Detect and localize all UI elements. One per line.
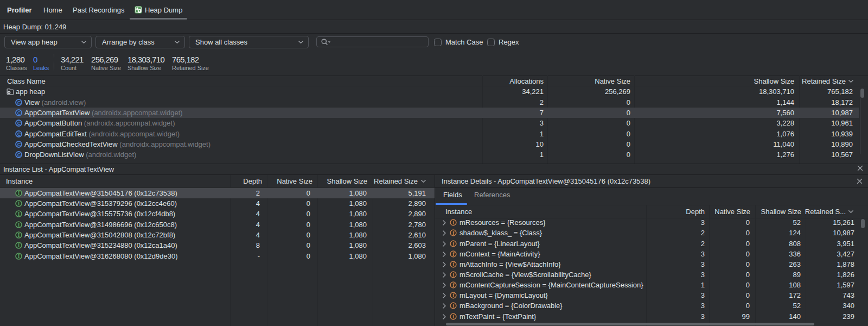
svg-text:I: I	[18, 243, 20, 248]
svg-text:I: I	[18, 233, 20, 238]
svg-text:C: C	[17, 110, 21, 116]
svg-text:C: C	[17, 131, 21, 136]
svg-text:I: I	[18, 222, 20, 228]
svg-text:C: C	[17, 99, 21, 105]
svg-text:C: C	[17, 152, 21, 158]
svg-text:C: C	[17, 121, 21, 126]
svg-text:I: I	[18, 211, 20, 217]
svg-text:I: I	[18, 201, 20, 206]
svg-text:C: C	[17, 142, 21, 147]
svg-text:I: I	[18, 191, 20, 196]
svg-text:I: I	[18, 254, 20, 259]
